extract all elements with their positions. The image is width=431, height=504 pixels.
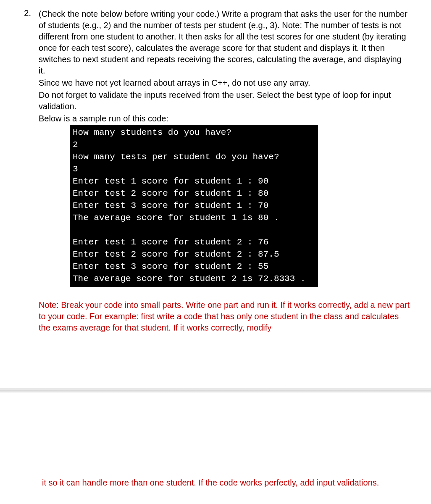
question-container: 2. (Check the note below before writing …: [21, 8, 410, 333]
console-output: How many students do you have? 2 How man…: [70, 125, 318, 287]
console-line: Enter test 1 score for student 1 : 90: [73, 176, 268, 186]
note-text-part1: Note: Break your code into small parts. …: [39, 299, 410, 333]
note-text-part2: it so it can handle more than one studen…: [42, 477, 410, 488]
console-line: Enter test 1 score for student 2 : 76: [73, 237, 268, 247]
page-divider: [0, 388, 431, 393]
console-line: 2: [73, 140, 78, 150]
console-line: How many students do you have?: [73, 128, 231, 137]
question-body: (Check the note below before writing you…: [39, 8, 410, 333]
question-text-line3: Do not forget to validate the inputs rec…: [39, 89, 410, 112]
console-line: How many tests per student do you have?: [73, 152, 279, 162]
console-line: Enter test 3 score for student 2 : 55: [73, 262, 268, 271]
console-line: 3: [73, 164, 78, 174]
console-line: Enter test 2 score for student 1 : 80: [73, 189, 268, 198]
console-line: The average score for student 2 is 72.83…: [73, 274, 306, 284]
console-line: The average score for student 1 is 80 .: [73, 213, 279, 223]
question-number: 2.: [21, 8, 31, 333]
question-text-main: (Check the note below before writing you…: [39, 8, 410, 76]
question-text-line4: Below is a sample run of this code:: [39, 113, 410, 124]
question-text-line2: Since we have not yet learned about arra…: [39, 77, 410, 89]
console-line: Enter test 2 score for student 2 : 87.5: [73, 249, 279, 259]
console-line: Enter test 3 score for student 1 : 70: [73, 201, 268, 210]
